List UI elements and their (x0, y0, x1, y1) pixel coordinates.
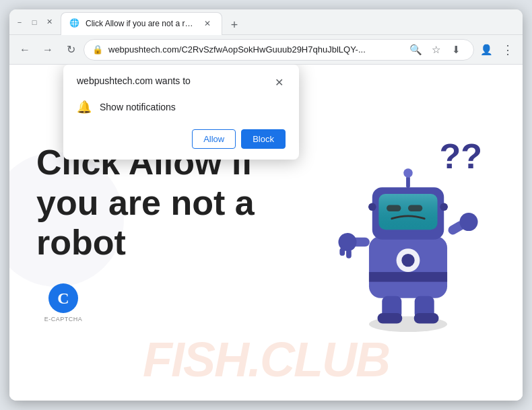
text-side: Click Allow if you are not a robot C E-C… (36, 143, 321, 322)
bell-icon: 🔔 (77, 100, 92, 114)
block-button[interactable]: Block (241, 129, 286, 149)
hero-text: Click Allow if you are not a robot (36, 143, 321, 263)
download-icon[interactable]: ⬇ (446, 40, 465, 59)
forward-button[interactable]: → (38, 40, 58, 60)
svg-rect-7 (378, 193, 437, 229)
svg-rect-21 (414, 313, 439, 323)
svg-rect-20 (378, 313, 403, 323)
browser-window: − □ ✕ 🌐 Click Allow if you are not a rob… (9, 9, 523, 401)
popup-header: webpushtech.com wants to ✕ (77, 75, 286, 89)
menu-button[interactable]: ⋮ (498, 40, 517, 59)
reload-button[interactable]: ↻ (61, 40, 81, 60)
permission-text: Show notifications (100, 102, 176, 112)
captcha-badge: C E-CAPTCHA (36, 283, 90, 322)
svg-rect-9 (408, 205, 422, 211)
svg-point-11 (403, 168, 413, 178)
bookmark-button[interactable]: ☆ (426, 40, 445, 59)
tab-title: Click Allow if you are not a robot (86, 19, 196, 28)
search-icon-button[interactable]: 🔍 (406, 40, 425, 59)
svg-rect-14 (339, 248, 345, 256)
popup-buttons: Allow Block (77, 129, 286, 149)
svg-rect-10 (406, 176, 410, 187)
url-text: webpushtech.com/C2RvSzfwAopSokHwGuuub29H… (108, 44, 401, 55)
minimize-button[interactable]: − (15, 18, 24, 27)
notification-popup: webpushtech.com wants to ✕ 🔔 Show notifi… (63, 65, 299, 160)
maximize-button[interactable]: □ (30, 18, 39, 27)
back-button[interactable]: ← (15, 40, 35, 60)
address-bar-row: ← → ↻ 🔒 webpushtech.com/C2RvSzfwAopSokHw… (9, 35, 523, 65)
svg-rect-15 (346, 249, 352, 259)
tab-favicon: 🌐 (69, 18, 80, 29)
title-bar: − □ ✕ 🌐 Click Allow if you are not a rob… (9, 9, 523, 35)
svg-point-23 (440, 203, 448, 211)
popup-close-button[interactable]: ✕ (272, 75, 286, 89)
svg-point-4 (401, 253, 414, 266)
page-content: webpushtech.com wants to ✕ 🔔 Show notifi… (9, 65, 523, 401)
new-tab-button[interactable]: + (225, 16, 244, 35)
popup-title: webpushtech.com wants to (77, 75, 191, 86)
allow-button[interactable]: Allow (192, 129, 236, 149)
lock-icon: 🔒 (92, 44, 103, 55)
captcha-icon: C (48, 283, 78, 313)
svg-rect-8 (387, 205, 401, 211)
svg-point-22 (368, 203, 376, 211)
robot-side: ?? (321, 132, 496, 334)
active-tab[interactable]: 🌐 Click Allow if you are not a robot ✕ (61, 12, 222, 35)
tabs-bar: 🌐 Click Allow if you are not a robot ✕ + (61, 9, 244, 35)
profile-button[interactable]: 👤 (477, 40, 496, 59)
svg-rect-2 (369, 272, 447, 282)
svg-point-17 (459, 213, 477, 231)
question-marks: ?? (439, 139, 482, 174)
address-actions: 🔍 ☆ ⬇ (406, 40, 465, 59)
window-controls: − □ ✕ (15, 18, 54, 27)
close-button[interactable]: ✕ (44, 18, 54, 27)
address-bar[interactable]: 🔒 webpushtech.com/C2RvSzfwAopSokHwGuuub2… (84, 39, 474, 61)
captcha-label: E-CAPTCHA (44, 316, 83, 322)
tab-close-button[interactable]: ✕ (201, 18, 213, 30)
popup-permission: 🔔 Show notifications (77, 97, 286, 117)
